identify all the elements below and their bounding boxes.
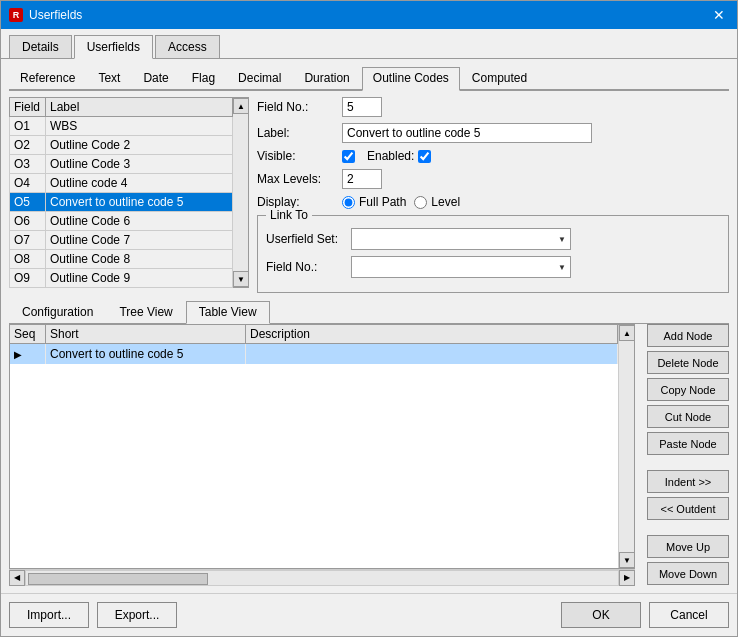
two-panel: Field Label O1 WBS O2 Outline Code (9, 97, 729, 293)
bottom-bar: Import... Export... OK Cancel (1, 593, 737, 636)
move-down-button[interactable]: Move Down (647, 562, 729, 585)
userfield-set-row: Userfield Set: ▼ (266, 228, 720, 250)
enabled-label: Enabled: (367, 149, 431, 163)
tree-scroll-up[interactable]: ▲ (619, 325, 635, 341)
field-no-input[interactable] (342, 97, 382, 117)
right-panel: Field No.: Label: Visible: (257, 97, 729, 293)
max-levels-input[interactable] (342, 169, 382, 189)
sub-tab-outline-codes[interactable]: Outline Codes (362, 67, 460, 91)
sub-tab-date[interactable]: Date (132, 67, 179, 89)
main-tabs: Details Userfields Access (1, 29, 737, 59)
tree-cell-desc (246, 344, 618, 364)
field-table: Field Label O1 WBS O2 Outline Code (9, 97, 233, 288)
level-radio[interactable] (414, 196, 427, 209)
max-levels-label: Max Levels: (257, 172, 342, 186)
sub-tab-decimal[interactable]: Decimal (227, 67, 292, 89)
scroll-up-btn[interactable]: ▲ (233, 98, 249, 114)
tree-scroll-down[interactable]: ▼ (619, 552, 635, 568)
tree-cell-short: Convert to outline code 5 (46, 344, 246, 364)
enabled-checkbox[interactable] (418, 150, 431, 163)
table-row[interactable]: O1 WBS (10, 117, 233, 136)
import-button[interactable]: Import... (9, 602, 89, 628)
close-button[interactable]: ✕ (709, 5, 729, 25)
table-row[interactable]: O6 Outline Code 6 (10, 212, 233, 231)
full-path-radio-label[interactable]: Full Path (342, 195, 406, 209)
visible-checkbox[interactable] (342, 150, 355, 163)
cut-node-button[interactable]: Cut Node (647, 405, 729, 428)
field-no2-select[interactable]: ▼ (351, 256, 571, 278)
cancel-button[interactable]: Cancel (649, 602, 729, 628)
link-to-title: Link To (266, 208, 312, 222)
visible-label: Visible: (257, 149, 342, 163)
col-field: Field (10, 98, 46, 117)
table-row-selected[interactable]: O5 Convert to outline code 5 (10, 193, 233, 212)
right-buttons: Add Node Delete Node Copy Node Cut Node … (647, 324, 729, 585)
ok-button[interactable]: OK (561, 602, 641, 628)
field-no-label: Field No.: (257, 100, 342, 114)
h-scrollbar-area: ◀ ▶ (9, 569, 635, 585)
tree-arrow: ▶ (14, 349, 22, 360)
sub-tab-computed[interactable]: Computed (461, 67, 538, 89)
tree-row[interactable]: ▶ Convert to outline code 5 (10, 344, 618, 364)
h-scrollbar[interactable] (25, 570, 619, 586)
app-icon: R (9, 8, 23, 22)
table-scrollbar[interactable]: ▲ ▼ (233, 97, 249, 288)
add-node-button[interactable]: Add Node (647, 324, 729, 347)
tab-details[interactable]: Details (9, 35, 72, 58)
h-scroll-left[interactable]: ◀ (9, 570, 25, 586)
tree-table: Seq Short Description ▶ Convert to outli… (10, 325, 618, 568)
table-row[interactable]: O8 Outline Code 8 (10, 250, 233, 269)
userfield-set-label: Userfield Set: (266, 232, 351, 246)
table-row[interactable]: O7 Outline Code 7 (10, 231, 233, 250)
paste-node-button[interactable]: Paste Node (647, 432, 729, 455)
col-label: Label (46, 98, 233, 117)
tab-configuration[interactable]: Configuration (9, 301, 106, 323)
tree-area: Seq Short Description ▶ Convert to outli… (9, 324, 729, 585)
tree-col-seq: Seq (10, 325, 46, 343)
full-path-radio[interactable] (342, 196, 355, 209)
tab-access[interactable]: Access (155, 35, 220, 58)
indent-button[interactable]: Indent >> (647, 470, 729, 493)
visible-checkbox-label[interactable] (342, 150, 355, 163)
h-scroll-right[interactable]: ▶ (619, 570, 635, 586)
field-no2-arrow: ▼ (558, 263, 566, 272)
tab-tree-view[interactable]: Tree View (106, 301, 185, 323)
link-to-group: Link To Userfield Set: ▼ Field No.: ▼ (257, 215, 729, 293)
table-row[interactable]: O9 Outline Code 9 (10, 269, 233, 288)
content-area: Reference Text Date Flag Decimal Duratio… (1, 59, 737, 593)
tab-table-view[interactable]: Table View (186, 301, 270, 324)
bottom-tabs: Configuration Tree View Table View (9, 301, 729, 324)
copy-node-button[interactable]: Copy Node (647, 378, 729, 401)
display-label: Display: (257, 195, 342, 209)
table-row[interactable]: O3 Outline Code 3 (10, 155, 233, 174)
scroll-down-btn[interactable]: ▼ (233, 271, 249, 287)
scroll-track[interactable] (233, 114, 248, 271)
tree-scroll-track[interactable] (619, 341, 634, 552)
move-up-button[interactable]: Move Up (647, 535, 729, 558)
label-input[interactable] (342, 123, 592, 143)
tree-scrollbar[interactable]: ▲ ▼ (618, 325, 634, 568)
sub-tab-text[interactable]: Text (87, 67, 131, 89)
table-row[interactable]: O4 Outline code 4 (10, 174, 233, 193)
dialog: R Userfields ✕ Details Userfields Access… (0, 0, 738, 637)
sub-tab-reference[interactable]: Reference (9, 67, 86, 89)
outdent-button[interactable]: << Outdent (647, 497, 729, 520)
tab-userfields[interactable]: Userfields (74, 35, 153, 59)
tree-col-short: Short (46, 325, 246, 343)
delete-node-button[interactable]: Delete Node (647, 351, 729, 374)
sub-tab-duration[interactable]: Duration (293, 67, 360, 89)
left-panel: Field Label O1 WBS O2 Outline Code (9, 97, 249, 293)
display-row: Display: Full Path Level (257, 195, 729, 209)
export-button[interactable]: Export... (97, 602, 177, 628)
h-scrollbar-thumb[interactable] (28, 573, 208, 585)
field-no2-label: Field No.: (266, 260, 351, 274)
tree-view: Seq Short Description ▶ Convert to outli… (9, 324, 635, 569)
title-bar: R Userfields ✕ (1, 1, 737, 29)
tree-col-description: Description (246, 325, 618, 343)
level-radio-label[interactable]: Level (414, 195, 460, 209)
visible-row: Visible: Enabled: (257, 149, 729, 163)
table-row[interactable]: O2 Outline Code 2 (10, 136, 233, 155)
sub-tab-flag[interactable]: Flag (181, 67, 226, 89)
dialog-title: Userfields (29, 8, 82, 22)
userfield-set-select[interactable]: ▼ (351, 228, 571, 250)
